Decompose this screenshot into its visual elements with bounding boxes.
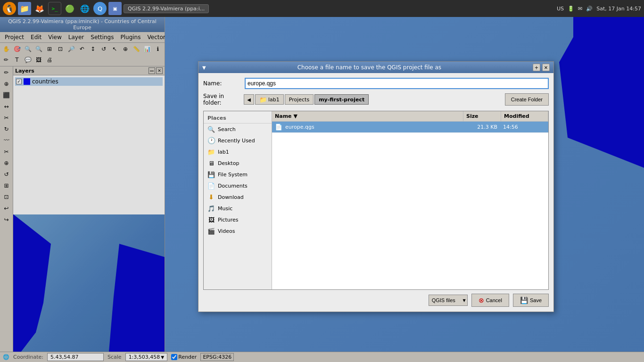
file-type-select[interactable]: QGIS files All files: [429, 295, 468, 306]
place-music-label: Music: [218, 206, 232, 212]
filesystem-icon: 💾: [207, 171, 215, 178]
place-search[interactable]: 🔍 Search: [204, 123, 272, 135]
breadcrumb-lab1-icon: 📁: [259, 96, 267, 103]
place-recently-used-label: Recently Used: [218, 138, 255, 144]
breadcrumb-lab1-label: lab1: [268, 97, 280, 103]
cancel-button[interactable]: ⊗ Cancel: [471, 294, 509, 307]
taskbar-right: US 🔋 ✉ 🔊 Sat, 17 Jan 14:57: [557, 6, 641, 12]
jdownloader-icon[interactable]: 🟢: [63, 2, 76, 15]
place-filesystem[interactable]: 💾 File System: [204, 169, 272, 180]
filename-input[interactable]: [245, 78, 549, 89]
recently-used-icon: 🕐: [207, 137, 215, 144]
videos-icon: 🎬: [207, 227, 215, 235]
documents-icon: 📄: [207, 182, 215, 189]
taskbar-left: 🐧 📁 🦊 >_ 🟢 🌐 Q ▣ QGIS 2.2.99-Valmiera (p…: [3, 2, 209, 15]
place-desktop-label: Desktop: [218, 160, 239, 166]
place-filesystem-label: File System: [218, 172, 248, 178]
lab1-folder-icon: 📁: [207, 148, 215, 156]
col-header-name[interactable]: Name ▼: [272, 111, 463, 121]
dialog-title-controls: + ✕: [533, 64, 550, 71]
breadcrumb-projects-label: Projects: [289, 97, 309, 103]
place-download[interactable]: ⬇ Download: [204, 191, 272, 203]
dialog-title: Choose a file name to save the QGIS proj…: [206, 64, 533, 71]
place-lab1[interactable]: 📁 lab1: [204, 146, 272, 157]
save-button[interactable]: 💾 Save: [513, 294, 549, 307]
name-row: Name:: [203, 78, 549, 89]
pictures-icon: 🖼: [207, 216, 215, 223]
place-pictures[interactable]: 🖼 Pictures: [204, 214, 272, 225]
place-recently-used[interactable]: 🕐 Recently Used: [204, 135, 272, 146]
cancel-label: Cancel: [486, 297, 502, 303]
place-videos-label: Videos: [218, 228, 235, 234]
file-modified: 14:56: [501, 124, 548, 130]
ubuntu-icon[interactable]: 🐧: [3, 2, 16, 15]
dialog-close-btn[interactable]: ✕: [542, 64, 550, 71]
file-rows: 📄 europe.qgs 21.3 KB 14:56: [272, 122, 548, 289]
places-header: Places: [204, 113, 272, 123]
dialog-bottom: QGIS files All files ⊗ Cancel 💾 Save: [203, 294, 549, 307]
col-name-label: Name: [275, 113, 292, 119]
volume-icon: 🔊: [586, 6, 593, 12]
taskbar-window-button[interactable]: QGIS 2.2.99-Valmiera (ppa:i...: [124, 4, 209, 13]
folder-nav: ◀ 📁 lab1 Projects my-first-project: [244, 94, 369, 105]
dialog-body: Name: Save in folder: ◀ 📁 lab1 Projects …: [198, 73, 553, 312]
file-size: 21.3 KB: [463, 124, 501, 130]
place-music[interactable]: 🎵 Music: [204, 203, 272, 214]
folder-label: Save in folder:: [203, 93, 241, 106]
place-videos[interactable]: 🎬 Videos: [204, 225, 272, 237]
breadcrumb-my-first-project-label: my-first-project: [319, 97, 364, 103]
download-icon: ⬇: [207, 193, 215, 201]
file-browser: Places 🔍 Search 🕐 Recently Used 📁 lab1: [203, 111, 549, 290]
save-label: Save: [530, 297, 542, 303]
file-save-dialog: ▼ Choose a file name to save the QGIS pr…: [198, 61, 554, 312]
file-name: europe.qgs: [283, 124, 463, 130]
name-label: Name:: [203, 80, 241, 87]
col-header-modified[interactable]: Modified: [501, 111, 548, 121]
folder-back-button[interactable]: ◀: [244, 94, 254, 105]
file-manager-icon[interactable]: 📁: [18, 2, 31, 15]
browser2-icon[interactable]: 🌐: [78, 2, 91, 15]
create-folder-button[interactable]: Create Folder: [505, 93, 549, 106]
dialog-title-arrow: ▼: [202, 65, 206, 70]
desktop-folder-icon: 🖥: [207, 159, 215, 167]
dialog-maximize-btn[interactable]: +: [533, 64, 540, 71]
datetime: Sat, 17 Jan 14:57: [596, 6, 641, 12]
file-type-selector[interactable]: QGIS files All files: [429, 295, 468, 306]
locale-indicator: US: [557, 6, 564, 12]
col-header-size[interactable]: Size: [463, 111, 501, 121]
file-list-header: Name ▼ Size Modified: [272, 111, 548, 122]
places-panel: Places 🔍 Search 🕐 Recently Used 📁 lab1: [204, 111, 272, 289]
folder-row: Save in folder: ◀ 📁 lab1 Projects my-fir…: [203, 93, 549, 106]
place-lab1-label: lab1: [218, 149, 229, 155]
cancel-icon: ⊗: [479, 296, 484, 304]
col-size-label: Size: [466, 113, 479, 119]
battery-icon: 🔋: [568, 6, 574, 12]
place-desktop[interactable]: 🖥 Desktop: [204, 157, 272, 169]
col-modified-label: Modified: [504, 113, 529, 119]
breadcrumb-projects[interactable]: Projects: [285, 94, 314, 105]
place-pictures-label: Pictures: [218, 217, 239, 223]
col-name-sort-icon: ▼: [294, 113, 297, 119]
email-icon: ✉: [578, 6, 582, 12]
qgis-taskbar-icon[interactable]: Q: [93, 2, 107, 15]
terminal-icon[interactable]: >_: [48, 2, 61, 15]
breadcrumb-lab1[interactable]: 📁 lab1: [255, 94, 284, 105]
place-search-label: Search: [218, 126, 236, 132]
desktop-icon[interactable]: ▣: [108, 2, 122, 15]
firefox-icon[interactable]: 🦊: [33, 2, 46, 15]
place-download-label: Download: [218, 194, 244, 200]
dialog-titlebar: ▼ Choose a file name to save the QGIS pr…: [198, 62, 553, 73]
place-documents[interactable]: 📄 Documents: [204, 180, 272, 191]
save-icon: 💾: [520, 296, 528, 304]
place-documents-label: Documents: [218, 183, 248, 189]
music-icon: 🎵: [207, 205, 215, 212]
file-row[interactable]: 📄 europe.qgs 21.3 KB 14:56: [272, 122, 548, 133]
breadcrumb-my-first-project[interactable]: my-first-project: [314, 94, 369, 105]
places-scroll-area: 🔍 Search 🕐 Recently Used 📁 lab1 🖥 Deskto…: [204, 123, 272, 237]
taskbar: 🐧 📁 🦊 >_ 🟢 🌐 Q ▣ QGIS 2.2.99-Valmiera (p…: [0, 0, 644, 17]
search-icon: 🔍: [207, 125, 215, 133]
file-type-icon: 📄: [274, 123, 283, 132]
file-list-panel: Name ▼ Size Modified 📄 europe.qgs 21.3 K…: [272, 111, 548, 289]
